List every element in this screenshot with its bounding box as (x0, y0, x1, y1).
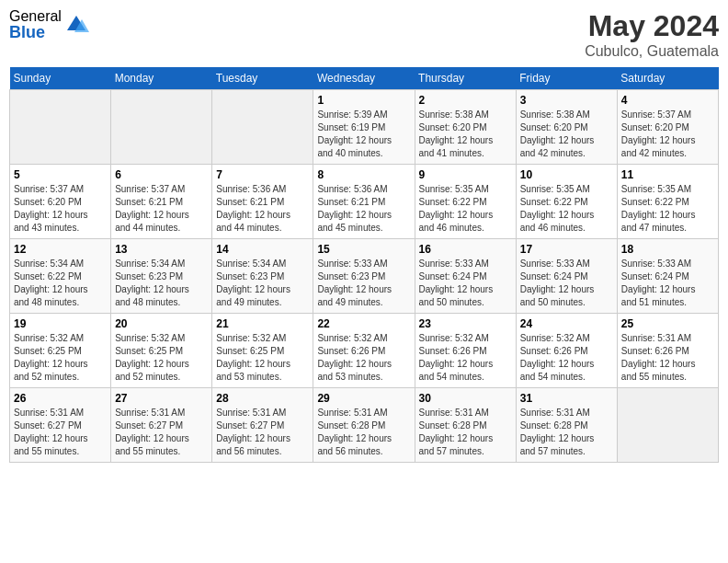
day-info: Sunrise: 5:32 AMSunset: 6:25 PMDaylight:… (14, 332, 107, 384)
calendar-week-row: 1Sunrise: 5:39 AMSunset: 6:19 PMDaylight… (10, 90, 719, 165)
day-info: Sunrise: 5:31 AMSunset: 6:27 PMDaylight:… (216, 407, 309, 458)
calendar-cell: 15Sunrise: 5:33 AMSunset: 6:23 PMDayligh… (313, 239, 415, 314)
day-number: 18 (621, 243, 714, 256)
calendar-cell: 19Sunrise: 5:32 AMSunset: 6:25 PMDayligh… (10, 314, 111, 388)
logo-general: General (9, 9, 62, 24)
day-info: Sunrise: 5:31 AMSunset: 6:27 PMDaylight:… (14, 407, 107, 458)
day-number: 20 (115, 317, 208, 330)
page-header: General Blue May 2024 Cubulco, Guatemala (9, 9, 719, 60)
day-info: Sunrise: 5:39 AMSunset: 6:19 PMDaylight:… (317, 109, 410, 160)
day-number: 4 (621, 94, 714, 107)
day-info: Sunrise: 5:36 AMSunset: 6:21 PMDaylight:… (317, 183, 410, 235)
day-number: 15 (317, 243, 410, 256)
day-number: 24 (520, 317, 613, 330)
calendar-week-row: 19Sunrise: 5:32 AMSunset: 6:25 PMDayligh… (10, 314, 719, 388)
day-number: 10 (520, 168, 613, 181)
day-number: 28 (216, 392, 309, 405)
logo-blue: Blue (9, 24, 62, 40)
day-info: Sunrise: 5:33 AMSunset: 6:24 PMDaylight:… (520, 258, 613, 309)
day-number: 29 (317, 392, 410, 405)
calendar-cell (212, 90, 313, 165)
day-info: Sunrise: 5:33 AMSunset: 6:24 PMDaylight:… (621, 258, 714, 309)
calendar-cell: 11Sunrise: 5:35 AMSunset: 6:22 PMDayligh… (617, 165, 718, 239)
calendar-cell: 6Sunrise: 5:37 AMSunset: 6:21 PMDaylight… (111, 165, 212, 239)
day-number: 23 (419, 317, 512, 330)
day-number: 8 (317, 168, 410, 181)
calendar-cell: 16Sunrise: 5:33 AMSunset: 6:24 PMDayligh… (415, 239, 516, 314)
calendar-cell: 17Sunrise: 5:33 AMSunset: 6:24 PMDayligh… (516, 239, 617, 314)
logo: General Blue (9, 9, 89, 40)
day-number: 27 (115, 392, 208, 405)
header-cell: Friday (516, 67, 617, 90)
day-number: 21 (216, 317, 309, 330)
header-cell: Sunday (10, 67, 111, 90)
calendar-cell: 9Sunrise: 5:35 AMSunset: 6:22 PMDaylight… (415, 165, 516, 239)
calendar-table: SundayMondayTuesdayWednesdayThursdayFrid… (9, 67, 719, 463)
day-info: Sunrise: 5:37 AMSunset: 6:20 PMDaylight:… (14, 183, 107, 235)
day-number: 5 (14, 168, 107, 181)
calendar-cell: 31Sunrise: 5:31 AMSunset: 6:28 PMDayligh… (516, 388, 617, 463)
calendar-cell: 1Sunrise: 5:39 AMSunset: 6:19 PMDaylight… (313, 90, 415, 165)
day-info: Sunrise: 5:31 AMSunset: 6:28 PMDaylight:… (520, 407, 613, 458)
day-number: 25 (621, 317, 714, 330)
day-info: Sunrise: 5:34 AMSunset: 6:23 PMDaylight:… (216, 258, 309, 309)
calendar-week-row: 26Sunrise: 5:31 AMSunset: 6:27 PMDayligh… (10, 388, 719, 463)
calendar-cell: 13Sunrise: 5:34 AMSunset: 6:23 PMDayligh… (111, 239, 212, 314)
day-info: Sunrise: 5:34 AMSunset: 6:23 PMDaylight:… (115, 258, 208, 309)
day-info: Sunrise: 5:33 AMSunset: 6:24 PMDaylight:… (419, 258, 512, 309)
calendar-week-row: 5Sunrise: 5:37 AMSunset: 6:20 PMDaylight… (10, 165, 719, 239)
calendar-cell: 24Sunrise: 5:32 AMSunset: 6:26 PMDayligh… (516, 314, 617, 388)
month-year-title: May 2024 (585, 9, 719, 43)
day-info: Sunrise: 5:32 AMSunset: 6:25 PMDaylight:… (115, 332, 208, 384)
calendar-cell: 12Sunrise: 5:34 AMSunset: 6:22 PMDayligh… (10, 239, 111, 314)
day-info: Sunrise: 5:32 AMSunset: 6:26 PMDaylight:… (317, 332, 410, 384)
calendar-cell: 3Sunrise: 5:38 AMSunset: 6:20 PMDaylight… (516, 90, 617, 165)
day-number: 6 (115, 168, 208, 181)
day-info: Sunrise: 5:32 AMSunset: 6:26 PMDaylight:… (419, 332, 512, 384)
day-info: Sunrise: 5:33 AMSunset: 6:23 PMDaylight:… (317, 258, 410, 309)
day-info: Sunrise: 5:38 AMSunset: 6:20 PMDaylight:… (520, 109, 613, 160)
day-number: 3 (520, 94, 613, 107)
calendar-cell: 4Sunrise: 5:37 AMSunset: 6:20 PMDaylight… (617, 90, 718, 165)
calendar-cell: 7Sunrise: 5:36 AMSunset: 6:21 PMDaylight… (212, 165, 313, 239)
day-info: Sunrise: 5:37 AMSunset: 6:21 PMDaylight:… (115, 183, 208, 235)
day-info: Sunrise: 5:34 AMSunset: 6:22 PMDaylight:… (14, 258, 107, 309)
day-number: 11 (621, 168, 714, 181)
calendar-cell: 28Sunrise: 5:31 AMSunset: 6:27 PMDayligh… (212, 388, 313, 463)
calendar-cell: 27Sunrise: 5:31 AMSunset: 6:27 PMDayligh… (111, 388, 212, 463)
calendar-cell (10, 90, 111, 165)
header-cell: Saturday (617, 67, 718, 90)
calendar-cell: 2Sunrise: 5:38 AMSunset: 6:20 PMDaylight… (415, 90, 516, 165)
calendar-cell: 21Sunrise: 5:32 AMSunset: 6:25 PMDayligh… (212, 314, 313, 388)
day-info: Sunrise: 5:31 AMSunset: 6:28 PMDaylight:… (419, 407, 512, 458)
header-cell: Tuesday (212, 67, 313, 90)
day-info: Sunrise: 5:32 AMSunset: 6:26 PMDaylight:… (520, 332, 613, 384)
day-info: Sunrise: 5:32 AMSunset: 6:25 PMDaylight:… (216, 332, 309, 384)
calendar-cell (111, 90, 212, 165)
calendar-cell: 10Sunrise: 5:35 AMSunset: 6:22 PMDayligh… (516, 165, 617, 239)
day-number: 14 (216, 243, 309, 256)
day-number: 19 (14, 317, 107, 330)
day-number: 2 (419, 94, 512, 107)
day-info: Sunrise: 5:35 AMSunset: 6:22 PMDaylight:… (621, 183, 714, 235)
title-block: May 2024 Cubulco, Guatemala (585, 9, 719, 60)
day-number: 9 (419, 168, 512, 181)
calendar-header: SundayMondayTuesdayWednesdayThursdayFrid… (10, 67, 719, 90)
calendar-cell: 8Sunrise: 5:36 AMSunset: 6:21 PMDaylight… (313, 165, 415, 239)
header-cell: Wednesday (313, 67, 415, 90)
day-number: 13 (115, 243, 208, 256)
day-number: 12 (14, 243, 107, 256)
day-number: 16 (419, 243, 512, 256)
day-number: 26 (14, 392, 107, 405)
calendar-cell: 5Sunrise: 5:37 AMSunset: 6:20 PMDaylight… (10, 165, 111, 239)
day-number: 17 (520, 243, 613, 256)
day-number: 30 (419, 392, 512, 405)
logo-text: General Blue (9, 9, 62, 40)
day-info: Sunrise: 5:38 AMSunset: 6:20 PMDaylight:… (419, 109, 512, 160)
calendar-cell: 29Sunrise: 5:31 AMSunset: 6:28 PMDayligh… (313, 388, 415, 463)
day-info: Sunrise: 5:35 AMSunset: 6:22 PMDaylight:… (520, 183, 613, 235)
location-title: Cubulco, Guatemala (585, 43, 719, 60)
header-cell: Monday (111, 67, 212, 90)
calendar-cell: 23Sunrise: 5:32 AMSunset: 6:26 PMDayligh… (415, 314, 516, 388)
calendar-cell: 26Sunrise: 5:31 AMSunset: 6:27 PMDayligh… (10, 388, 111, 463)
